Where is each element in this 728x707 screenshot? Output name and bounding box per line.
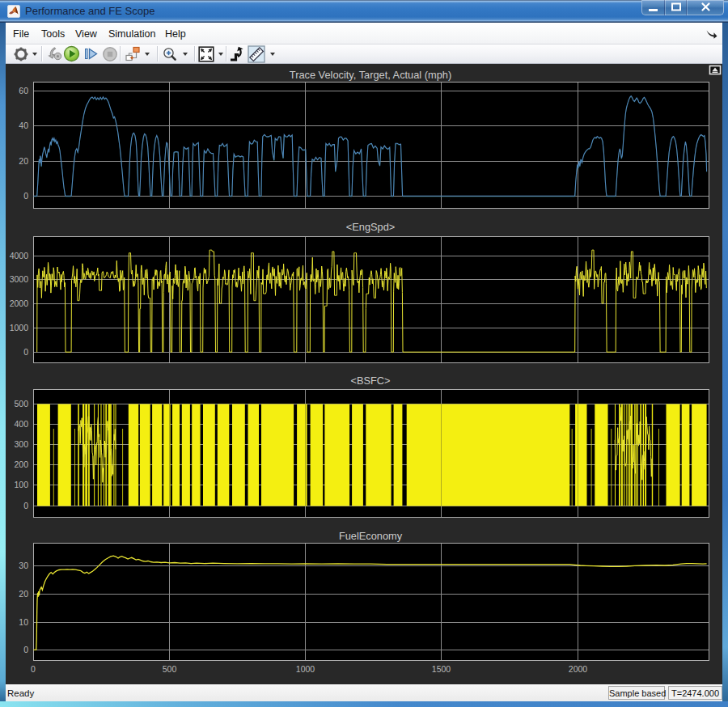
svg-text:0: 0 xyxy=(23,645,28,654)
svg-text:60: 60 xyxy=(19,86,28,95)
svg-text:100: 100 xyxy=(14,480,28,489)
svg-text:0: 0 xyxy=(31,664,36,674)
svg-text:40: 40 xyxy=(19,121,28,130)
svg-text:1000: 1000 xyxy=(10,323,29,332)
svg-text:Trace Velocity, Target, Actual: Trace Velocity, Target, Actual (mph) xyxy=(290,69,451,81)
svg-text:400: 400 xyxy=(14,419,28,429)
svg-text:1500: 1500 xyxy=(432,664,451,674)
svg-text:1000: 1000 xyxy=(296,664,315,674)
svg-text:300: 300 xyxy=(14,439,28,449)
svg-text:4000: 4000 xyxy=(10,251,29,260)
svg-text:3000: 3000 xyxy=(10,274,29,284)
svg-text:2000: 2000 xyxy=(10,298,29,308)
svg-text:30: 30 xyxy=(19,561,28,570)
svg-text:<EngSpd>: <EngSpd> xyxy=(346,221,396,233)
svg-text:0: 0 xyxy=(23,347,28,357)
svg-text:2000: 2000 xyxy=(569,664,588,674)
svg-text:500: 500 xyxy=(163,664,177,674)
svg-text:10: 10 xyxy=(19,617,28,627)
svg-text:500: 500 xyxy=(14,399,28,409)
svg-text:200: 200 xyxy=(14,459,28,469)
svg-text:0: 0 xyxy=(23,501,28,510)
svg-text:FuelEconomy: FuelEconomy xyxy=(339,530,403,542)
svg-text:<BSFC>: <BSFC> xyxy=(350,375,390,387)
svg-text:20: 20 xyxy=(19,156,28,166)
svg-text:20: 20 xyxy=(19,589,28,599)
svg-text:0: 0 xyxy=(23,191,28,201)
